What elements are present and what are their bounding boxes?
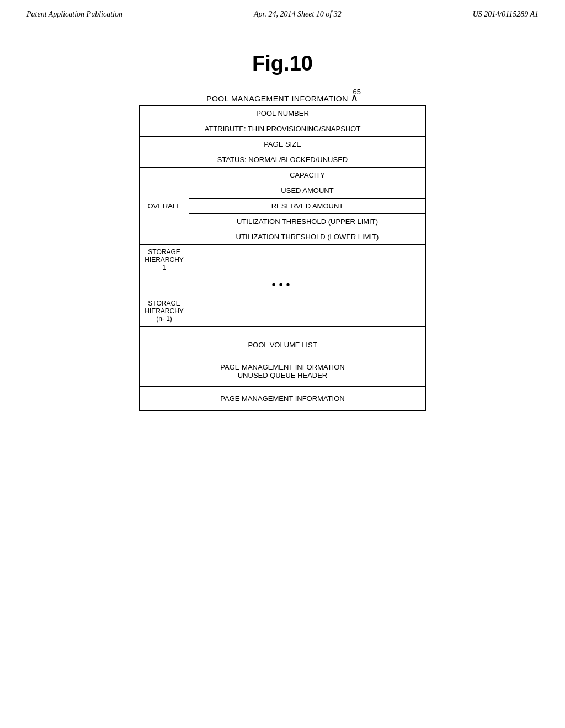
page-size-cell: PAGE SIZE <box>140 137 426 152</box>
spacer-cell <box>140 327 426 334</box>
pool-label-text: POOL MANAGEMENT INFORMATION <box>206 94 348 103</box>
figure-title: Fig.10 <box>0 52 565 76</box>
capacity-cell: CAPACITY <box>189 168 426 183</box>
status-cell: STATUS: NORMAL/BLOCKED/UNUSED <box>140 152 426 168</box>
label-65: 65 <box>353 88 361 96</box>
table-row-page-mgmt-unused: PAGE MANAGEMENT INFORMATIONUNUSED QUEUE … <box>140 356 426 387</box>
util-upper-cell: UTILIZATION THRESHOLD (UPPER LIMIT) <box>189 214 426 229</box>
page-header: Patent Application Publication Apr. 24, … <box>0 0 565 19</box>
table-row-storage-1: STORAGEHIERARCHY1 <box>140 245 426 275</box>
util-lower-cell: UTILIZATION THRESHOLD (LOWER LIMIT) <box>189 229 426 245</box>
page-mgmt-unused-cell: PAGE MANAGEMENT INFORMATIONUNUSED QUEUE … <box>140 356 426 387</box>
used-amount-cell: USED AMOUNT <box>189 183 426 199</box>
table-row-spacer <box>140 327 426 334</box>
table-row-pool-volume-list: POOL VOLUME LIST <box>140 334 426 356</box>
dots-cell: ••• <box>140 275 426 295</box>
pool-volume-list-cell: POOL VOLUME LIST <box>140 334 426 356</box>
table-row-status: STATUS: NORMAL/BLOCKED/UNUSED <box>140 152 426 168</box>
table-row-page-size: PAGE SIZE <box>140 137 426 152</box>
reserved-amount-cell: RESERVED AMOUNT <box>189 199 426 214</box>
table-row-capacity: OVERALL CAPACITY <box>140 168 426 183</box>
header-middle: Apr. 24, 2014 Sheet 10 of 32 <box>254 10 342 19</box>
table-row-pool-number: POOL NUMBER <box>140 106 426 121</box>
diagram-container: POOL MANAGEMENT INFORMATION 65 ∧ POOL NU… <box>0 92 565 411</box>
table-row-dots: ••• <box>140 275 426 295</box>
storage-hierarchy-1-content <box>189 245 426 275</box>
pool-label-row: POOL MANAGEMENT INFORMATION 65 ∧ <box>139 92 426 103</box>
header-left: Patent Application Publication <box>26 10 122 19</box>
table-row-attribute: ATTRIBUTE: THIN PROVISIONING/SNAPSHOT <box>140 121 426 137</box>
pool-number-cell: POOL NUMBER <box>140 106 426 121</box>
storage-hierarchy-1-label: STORAGEHIERARCHY1 <box>140 245 189 275</box>
storage-hierarchy-n1-content <box>189 295 426 327</box>
main-diagram-table: POOL NUMBER ATTRIBUTE: THIN PROVISIONING… <box>139 105 426 411</box>
attribute-cell: ATTRIBUTE: THIN PROVISIONING/SNAPSHOT <box>140 121 426 137</box>
storage-hierarchy-n1-label: STORAGEHIERARCHY(n- 1) <box>140 295 189 327</box>
table-row-storage-n1: STORAGEHIERARCHY(n- 1) <box>140 295 426 327</box>
table-row-page-mgmt-info: PAGE MANAGEMENT INFORMATION <box>140 387 426 411</box>
page-mgmt-info-cell: PAGE MANAGEMENT INFORMATION <box>140 387 426 411</box>
header-right: US 2014/0115289 A1 <box>473 10 539 19</box>
overall-cell: OVERALL <box>140 168 189 245</box>
